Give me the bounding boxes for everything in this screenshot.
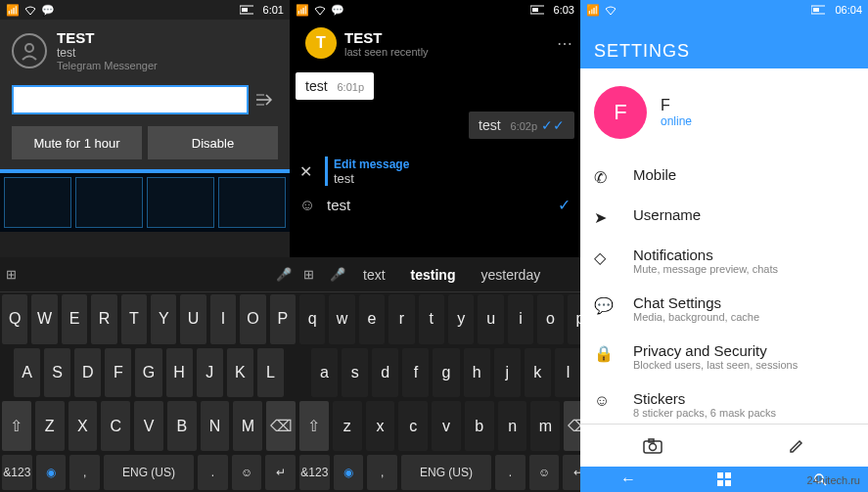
profile-avatar[interactable]: F bbox=[594, 86, 647, 139]
more-icon[interactable]: ⋯ bbox=[557, 34, 572, 53]
key[interactable]: l bbox=[555, 348, 581, 398]
key[interactable]: b bbox=[465, 401, 494, 451]
disable-button[interactable]: Disable bbox=[148, 126, 278, 159]
key[interactable]: C bbox=[101, 401, 130, 451]
key[interactable]: N bbox=[201, 401, 230, 451]
key[interactable]: T bbox=[121, 294, 147, 344]
camera-button[interactable] bbox=[580, 425, 724, 467]
key[interactable]: S bbox=[44, 348, 70, 398]
key[interactable]: Q bbox=[2, 294, 27, 344]
key[interactable]: d bbox=[372, 348, 398, 398]
key[interactable]: R bbox=[91, 294, 116, 344]
settings-item-privacy[interactable]: 🔒 Privacy and Security Blocked users, la… bbox=[580, 333, 868, 380]
key[interactable]: G bbox=[135, 348, 161, 398]
key[interactable]: x bbox=[366, 401, 395, 451]
expand-icon[interactable]: ⊞ bbox=[303, 267, 314, 282]
settings-item-mobile[interactable]: ✆ Mobile bbox=[580, 157, 868, 197]
shift-key[interactable]: ⇧ bbox=[299, 401, 329, 451]
key[interactable]: P bbox=[270, 294, 296, 344]
chat-avatar[interactable]: T bbox=[305, 27, 337, 59]
key[interactable]: i bbox=[508, 294, 533, 344]
space-key[interactable]: ENG (US) bbox=[104, 455, 194, 490]
key[interactable]: r bbox=[388, 294, 414, 344]
key[interactable]: I bbox=[210, 294, 236, 344]
suggestion[interactable]: testing bbox=[403, 267, 464, 283]
emoji-icon[interactable]: ☺ bbox=[299, 197, 321, 214]
settings-item-username[interactable]: ➤ Username bbox=[580, 197, 868, 237]
numsym-key[interactable]: &123 bbox=[2, 455, 32, 490]
profile-row[interactable]: F F online bbox=[580, 68, 868, 157]
shift-key[interactable]: ⇧ bbox=[2, 401, 31, 451]
close-icon[interactable]: ✕ bbox=[299, 162, 319, 181]
cursor-dot-key[interactable]: ◉ bbox=[36, 455, 67, 490]
key[interactable]: h bbox=[464, 348, 490, 398]
mute-button[interactable]: Mute for 1 hour bbox=[12, 126, 142, 159]
key[interactable]: W bbox=[31, 294, 57, 344]
message-in[interactable]: test 6:01p bbox=[296, 72, 374, 100]
emoji-key[interactable]: ☺ bbox=[529, 455, 560, 490]
key[interactable]: k bbox=[525, 348, 551, 398]
key[interactable]: a bbox=[311, 348, 338, 398]
suggestion[interactable]: yesterday bbox=[473, 267, 548, 283]
chat-body[interactable]: test 6:01p test 6:02p ✓✓ ✕ Edit message … bbox=[290, 67, 580, 220]
settings-item-stickers[interactable]: ☺ Stickers 8 sticker packs, 6 mask packs bbox=[580, 380, 868, 428]
expand-icon[interactable]: ⊞ bbox=[6, 267, 17, 282]
key[interactable]: c bbox=[398, 401, 428, 451]
mic-icon[interactable]: 🎤 bbox=[330, 267, 345, 282]
key[interactable]: F bbox=[105, 348, 131, 398]
key[interactable]: Z bbox=[35, 401, 65, 451]
key[interactable]: V bbox=[134, 401, 163, 451]
key[interactable]: u bbox=[478, 294, 503, 344]
key[interactable]: H bbox=[166, 348, 193, 398]
compose-input[interactable]: test bbox=[321, 197, 549, 213]
key[interactable]: e bbox=[359, 294, 385, 344]
key[interactable]: K bbox=[227, 348, 253, 398]
key[interactable]: t bbox=[419, 294, 444, 344]
settings-item-chat[interactable]: 💬 Chat Settings Media, background, cache bbox=[580, 285, 868, 333]
chat-title[interactable]: TEST bbox=[344, 29, 557, 46]
key[interactable]: s bbox=[342, 348, 368, 398]
message-out[interactable]: test 6:02p ✓✓ bbox=[469, 112, 574, 139]
keyboard[interactable]: ⊞ 🎤 Q W E R T Y U I O P A S D F G bbox=[0, 257, 595, 492]
key[interactable]: J bbox=[197, 348, 223, 398]
send-icon[interactable] bbox=[256, 93, 278, 107]
enter-key[interactable]: ↵ bbox=[265, 455, 296, 490]
key[interactable]: v bbox=[432, 401, 461, 451]
comma-key[interactable]: , bbox=[367, 455, 397, 490]
mic-icon[interactable]: 🎤 bbox=[276, 267, 292, 282]
key[interactable]: q bbox=[299, 294, 325, 344]
key[interactable]: w bbox=[329, 294, 354, 344]
key[interactable]: j bbox=[494, 348, 521, 398]
key[interactable]: y bbox=[448, 294, 474, 344]
edit-button[interactable] bbox=[724, 425, 868, 467]
period-key[interactable]: . bbox=[198, 455, 228, 490]
settings-item-notifications[interactable]: ◇ Notifications Mute, message preview, c… bbox=[580, 237, 868, 285]
key[interactable]: E bbox=[62, 294, 87, 344]
key[interactable]: B bbox=[167, 401, 197, 451]
key[interactable]: X bbox=[69, 401, 98, 451]
back-button[interactable]: ← bbox=[580, 467, 676, 492]
key[interactable]: U bbox=[180, 294, 206, 344]
emoji-key[interactable]: ☺ bbox=[232, 455, 262, 490]
space-key[interactable]: ENG (US) bbox=[401, 455, 491, 490]
key[interactable]: f bbox=[402, 348, 429, 398]
comma-key[interactable]: , bbox=[69, 455, 100, 490]
suggestion[interactable]: text bbox=[355, 267, 393, 283]
key[interactable]: o bbox=[537, 294, 563, 344]
key[interactable]: z bbox=[333, 401, 362, 451]
key[interactable]: L bbox=[257, 348, 284, 398]
start-button[interactable] bbox=[676, 467, 772, 492]
cursor-dot-key[interactable]: ◉ bbox=[334, 455, 364, 490]
confirm-icon[interactable]: ✓ bbox=[549, 196, 571, 214]
key[interactable]: A bbox=[14, 348, 40, 398]
backspace-key[interactable]: ⌫ bbox=[266, 401, 296, 451]
key[interactable]: g bbox=[433, 348, 459, 398]
numsym-key[interactable]: &123 bbox=[299, 455, 330, 490]
key[interactable]: D bbox=[74, 348, 101, 398]
key[interactable]: m bbox=[530, 401, 560, 451]
reply-input[interactable] bbox=[12, 85, 249, 114]
key[interactable]: M bbox=[233, 401, 262, 451]
key[interactable]: Y bbox=[151, 294, 176, 344]
key[interactable]: O bbox=[240, 294, 265, 344]
period-key[interactable]: . bbox=[495, 455, 525, 490]
